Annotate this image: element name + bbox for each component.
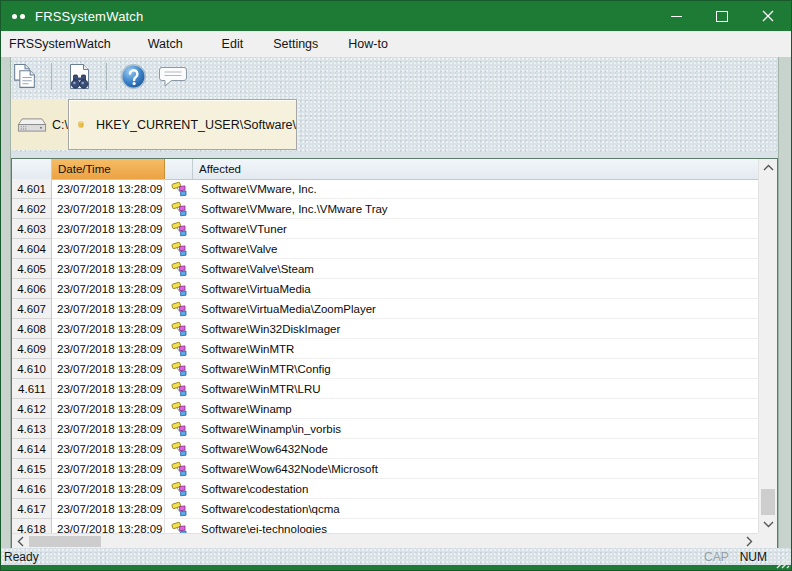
row-icon-cell [165,279,193,299]
row-number: 4.609 [12,339,52,359]
row-datetime: 23/07/2018 13:28:09 [52,459,165,479]
row-datetime: 23/07/2018 13:28:09 [52,179,165,199]
row-affected-path: Software\VirtuaMedia\ZoomPlayer [193,299,758,319]
row-affected-path: Software\Valve\Steam [193,259,758,279]
hard-drive-icon [17,114,47,136]
row-icon-cell [165,479,193,499]
table-row[interactable]: 4.606 23/07/2018 13:28:09 Software [12,279,758,299]
registry-key-icon [171,381,188,397]
help-button[interactable] [119,62,148,91]
table-body: 4.601 23/07/2018 13:28:09 Software [12,179,758,533]
row-number: 4.618 [12,519,52,533]
watch-tabbar: C:\ HKEY_CURRENT_USER\Software\ [1,96,791,153]
table-row[interactable]: 4.612 23/07/2018 13:28:09 Software [12,399,758,419]
menu-settings[interactable]: Settings [258,37,333,51]
row-affected-path: Software\Wow6432Node\Microsoft [193,459,758,479]
menu-frssystemwatch[interactable]: FRSSystemWatch [1,37,133,51]
window-controls [653,1,791,31]
column-header-datetime[interactable]: Date/Time [52,159,165,179]
toolbar-separator [106,63,107,90]
table-row[interactable]: 4.611 23/07/2018 13:28:09 Software [12,379,758,399]
table-row[interactable]: 4.609 23/07/2018 13:28:09 Software [12,339,758,359]
horizontal-scroll-thumb[interactable] [29,536,101,547]
table-row[interactable]: 4.615 23/07/2018 13:28:09 Software [12,459,758,479]
row-datetime: 23/07/2018 13:28:09 [52,399,165,419]
find-button[interactable] [64,62,94,92]
registry-key-icon [171,281,188,297]
close-button[interactable] [745,1,791,31]
table-row[interactable]: 4.604 23/07/2018 13:28:09 Software [12,239,758,259]
menu-watch[interactable]: Watch [133,37,207,51]
row-number: 4.607 [12,299,52,319]
window-frame-left [1,57,11,565]
table-row[interactable]: 4.613 23/07/2018 13:28:09 Software [12,419,758,439]
row-icon-cell [165,519,193,533]
registry-key-icon [171,181,188,197]
row-number: 4.613 [12,419,52,439]
table-row[interactable]: 4.601 23/07/2018 13:28:09 Software [12,179,758,199]
registry-key-icon [171,241,188,257]
row-datetime: 23/07/2018 13:28:09 [52,239,165,259]
maximize-button[interactable] [699,1,745,31]
vertical-scroll-thumb[interactable] [761,489,775,515]
table-row[interactable]: 4.602 23/07/2018 13:28:09 Software [12,199,758,219]
registry-key-icon [171,461,188,477]
row-icon-cell [165,359,193,379]
scroll-up-button[interactable] [759,159,777,176]
column-header-affected[interactable]: Affected [193,159,758,179]
row-datetime: 23/07/2018 13:28:09 [52,499,165,519]
scroll-down-button[interactable] [759,516,777,533]
minimize-button[interactable] [653,1,699,31]
scroll-left-button[interactable] [12,534,29,549]
registry-key-icon [171,221,188,237]
table-row[interactable]: 4.610 23/07/2018 13:28:09 Software [12,359,758,379]
horizontal-scrollbar[interactable] [12,533,758,549]
database-icon [78,110,84,139]
window-frame-bottom [1,565,791,570]
table-row[interactable]: 4.618 23/07/2018 13:28:09 Software [12,519,758,533]
table-row[interactable]: 4.617 23/07/2018 13:28:09 Software [12,499,758,519]
row-datetime: 23/07/2018 13:28:09 [52,199,165,219]
row-affected-path: Software\Wow6432Node [193,439,758,459]
menu-edit[interactable]: Edit [207,37,259,51]
copy-button[interactable] [10,62,39,91]
registry-key-icon [171,321,188,337]
row-datetime: 23/07/2018 13:28:09 [52,319,165,339]
row-affected-path: Software\codestation [193,479,758,499]
resize-grip[interactable] [775,554,790,569]
tab-drive-c[interactable]: C:\ [13,101,68,148]
row-number: 4.611 [12,379,52,399]
chevron-left-icon [17,536,24,547]
table-row[interactable]: 4.603 23/07/2018 13:28:09 Software [12,219,758,239]
row-number: 4.616 [12,479,52,499]
menu-howto[interactable]: How-to [333,37,403,51]
row-affected-path: Software\Winamp [193,399,758,419]
scroll-right-button[interactable] [741,534,758,549]
comment-icon [158,63,189,91]
chevron-right-icon [746,536,753,547]
vertical-scrollbar[interactable] [758,159,777,533]
table-row[interactable]: 4.605 23/07/2018 13:28:09 Software [12,259,758,279]
table-row[interactable]: 4.616 23/07/2018 13:28:09 Software [12,479,758,499]
row-affected-path: Software\codestation\qcma [193,499,758,519]
menubar: FRSSystemWatch Watch Edit Settings How-t… [1,31,791,57]
table-row[interactable]: 4.608 23/07/2018 13:28:09 Software [12,319,758,339]
row-icon-cell [165,259,193,279]
row-icon-cell [165,319,193,339]
row-datetime: 23/07/2018 13:28:09 [52,219,165,239]
row-number: 4.614 [12,439,52,459]
registry-key-icon [171,361,188,377]
table-row[interactable]: 4.607 23/07/2018 13:28:09 Software [12,299,758,319]
row-affected-path: Software\WinMTR\Config [193,359,758,379]
tab-registry-hkcu-software[interactable]: HKEY_CURRENT_USER\Software\ [68,99,297,150]
column-header-rownum [12,159,52,179]
registry-key-icon [171,481,188,497]
table-row[interactable]: 4.614 23/07/2018 13:28:09 Software [12,439,758,459]
table-header: Date/Time Affected [12,159,758,180]
row-affected-path: Software\VMware, Inc.\VMware Tray [193,199,758,219]
column-header-icon [165,159,193,179]
comment-button[interactable] [158,63,189,91]
row-affected-path: Software\VTuner [193,219,758,239]
row-number: 4.612 [12,399,52,419]
row-number: 4.606 [12,279,52,299]
